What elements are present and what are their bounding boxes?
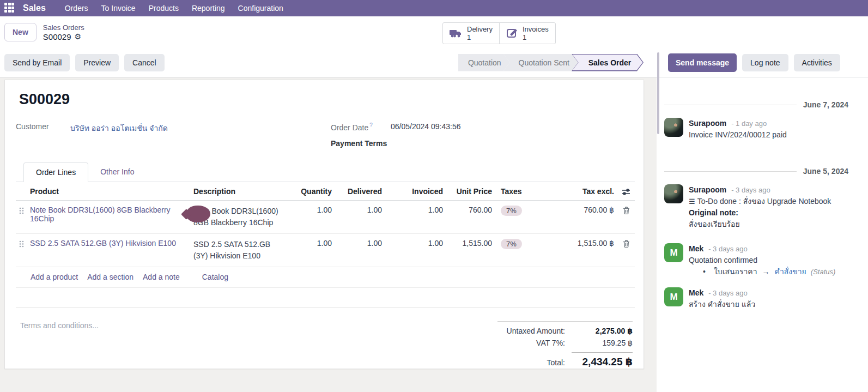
row2-product[interactable]: SSD 2.5 SATA 512.GB (3Y) Hikvision E100 — [30, 239, 193, 248]
drag-handle-icon[interactable] — [19, 240, 30, 249]
delivery-count: 1 — [467, 33, 493, 41]
total-label: Total: — [497, 358, 572, 367]
table-row[interactable]: Note Book DDR3L(1600) 8GB Blackberry 16C… — [16, 201, 635, 234]
status-step-quotation-sent[interactable]: Quotation Sent — [503, 54, 578, 71]
help-icon[interactable]: ? — [369, 122, 373, 128]
row1-tax-badge[interactable]: 7% — [501, 206, 522, 216]
tab-other-info[interactable]: Other Info — [88, 162, 146, 182]
list-icon: ☰ — [689, 197, 695, 206]
message-time: - 1 day ago — [731, 119, 767, 128]
row2-quantity[interactable]: 1.00 — [295, 239, 334, 248]
order-lines-header: Product Description Quantity Delivered I… — [16, 182, 635, 201]
invoice-icon — [506, 28, 518, 39]
menu-to-invoice[interactable]: To Invoice — [95, 1, 142, 15]
customer-label: Customer — [16, 122, 70, 134]
drag-handle-icon[interactable] — [19, 207, 30, 216]
message-text: To-Do done : สั่งของ Upgrade Notebook — [697, 197, 831, 206]
scrollbar[interactable] — [657, 52, 659, 134]
gear-icon[interactable]: ⚙ — [75, 32, 82, 41]
message-author[interactable]: Surapoom — [689, 185, 726, 194]
chatter-message: M Mek - 3 days ago สร้าง คำสั่งขาย แล้ว — [664, 287, 848, 310]
delivery-smart-button[interactable]: Delivery 1 — [443, 23, 499, 44]
add-product-link[interactable]: Add a product — [31, 273, 78, 281]
message-author[interactable]: Mek — [689, 244, 703, 253]
header-invoiced[interactable]: Invoiced — [384, 187, 445, 196]
arrow-right-icon: → — [762, 266, 770, 278]
header-delivered[interactable]: Delivered — [334, 187, 384, 196]
date-label: June 5, 2024 — [803, 167, 848, 176]
message-time: - 3 days ago — [708, 245, 748, 253]
new-button[interactable]: New — [4, 23, 37, 41]
row1-invoiced[interactable]: 1.00 — [384, 206, 445, 214]
row2-invoiced[interactable]: 1.00 — [384, 239, 445, 248]
chatter-message: Surapoom - 1 day ago Invoice INV/2024/00… — [664, 118, 848, 141]
date-separator: June 7, 2024 — [664, 100, 848, 109]
send-by-email-button[interactable]: Send by Email — [4, 54, 70, 71]
menu-orders[interactable]: Orders — [59, 1, 94, 15]
avatar[interactable] — [664, 184, 683, 203]
activities-button[interactable]: Activities — [794, 54, 840, 71]
menu-products[interactable]: Products — [143, 1, 185, 15]
breadcrumb: Sales Orders S00029 ⚙ — [43, 23, 84, 41]
row2-unit-price[interactable]: 1,515.00 — [445, 239, 494, 248]
row2-description[interactable]: SSD 2.5 SATA 512.GB (3Y) Hikvision E100 — [193, 239, 281, 262]
vat-value: 159.25 ฿ — [572, 339, 633, 347]
original-note-label: Original note: — [689, 207, 831, 219]
message-time: - 3 days ago — [731, 186, 770, 194]
order-date-label: Order Date? — [331, 122, 391, 132]
add-section-link[interactable]: Add a section — [87, 273, 133, 281]
tab-order-lines[interactable]: Order Lines — [23, 162, 88, 182]
row1-delivered[interactable]: 1.00 — [334, 206, 384, 214]
header-product[interactable]: Product — [30, 187, 193, 196]
invoices-smart-button[interactable]: Invoices 1 — [499, 23, 555, 44]
order-date-value[interactable]: 06/05/2024 09:43:56 — [391, 122, 460, 132]
table-empty-space — [16, 288, 635, 308]
preview-button[interactable]: Preview — [75, 54, 119, 71]
avatar[interactable]: M — [664, 243, 683, 262]
header-description[interactable]: Description — [193, 187, 295, 196]
app-name[interactable]: Sales — [23, 3, 46, 13]
terms-placeholder[interactable]: Terms and conditions... — [20, 321, 99, 370]
status-from: ใบเสนอราคา — [714, 266, 757, 278]
header-unit-price[interactable]: Unit Price — [445, 187, 494, 196]
message-text: สั่งของเรียบร้อย — [689, 219, 831, 230]
message-author[interactable]: Mek — [689, 288, 703, 297]
log-note-button[interactable]: Log note — [742, 54, 788, 71]
apps-grid-icon[interactable] — [4, 3, 15, 14]
row1-product[interactable]: Note Book DDR3L(1600) 8GB Blackberry 16C… — [30, 206, 193, 223]
header-taxes[interactable]: Taxes — [494, 187, 553, 196]
annotation-blob — [186, 206, 210, 222]
status-tracking-line: • ใบเสนอราคา → คำสั่งขาย (Status) — [703, 266, 835, 278]
message-time: - 3 days ago — [708, 289, 748, 297]
message-author[interactable]: Surapoom — [689, 119, 726, 128]
order-title: S00029 — [19, 91, 635, 108]
send-message-button[interactable]: Send message — [668, 53, 737, 72]
status-to[interactable]: คำสั่งขาย — [775, 266, 806, 278]
row1-unit-price[interactable]: 760.00 — [445, 206, 494, 214]
header-tax-excl[interactable]: Tax excl. — [553, 187, 616, 196]
customer-value[interactable]: บริษัท ออร่า ออโตเมชั่น จำกัด — [70, 122, 168, 134]
date-separator: June 5, 2024 — [664, 167, 848, 176]
add-note-link[interactable]: Add a note — [143, 273, 180, 281]
message-text: Invoice INV/2024/00012 paid — [689, 129, 787, 141]
avatar[interactable] — [664, 118, 683, 137]
invoices-label: Invoices — [523, 25, 549, 33]
table-row[interactable]: SSD 2.5 SATA 512.GB (3Y) Hikvision E100 … — [16, 234, 635, 267]
menu-reporting[interactable]: Reporting — [186, 1, 231, 15]
header-quantity[interactable]: Quantity — [295, 187, 334, 196]
status-step-quotation[interactable]: Quotation — [458, 54, 510, 71]
catalog-link[interactable]: Catalog — [202, 273, 228, 281]
menu-configuration[interactable]: Configuration — [232, 1, 289, 15]
row2-tax-badge[interactable]: 7% — [501, 239, 522, 249]
status-step-sales-order[interactable]: Sales Order — [572, 54, 644, 71]
breadcrumb-sales-orders[interactable]: Sales Orders — [43, 23, 84, 32]
status-action-row: Send by Email Preview Cancel Quotation Q… — [0, 48, 868, 77]
statusbar: Quotation Quotation Sent Sales Order — [458, 54, 644, 71]
row2-delivered[interactable]: 1.00 — [334, 239, 384, 248]
avatar[interactable]: M — [664, 287, 683, 306]
delete-row-icon[interactable] — [623, 207, 630, 216]
optional-columns-icon[interactable] — [616, 187, 636, 195]
delete-row-icon[interactable] — [623, 240, 630, 249]
row1-quantity[interactable]: 1.00 — [295, 206, 334, 214]
cancel-button[interactable]: Cancel — [124, 54, 165, 71]
